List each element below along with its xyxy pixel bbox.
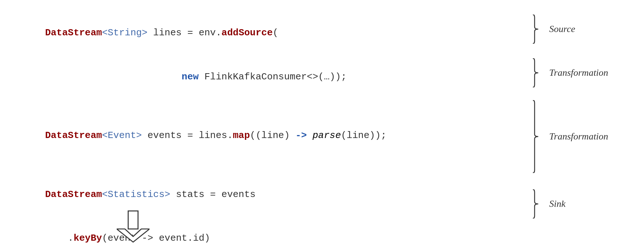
annotations-area: Source Transformation Transformation Sin… (531, 11, 637, 245)
method-addsource: addSource (221, 27, 272, 38)
class-kafka: FlinkKafkaConsumer<>(…)); (199, 71, 347, 82)
down-arrow-icon (117, 210, 150, 243)
blank-line-2 (11, 158, 531, 172)
indent-2 (45, 71, 182, 82)
sink-label: Sink (549, 198, 566, 209)
code-area: DataStream<String> lines = env.addSource… (11, 11, 531, 245)
parse-end: (line)); (341, 130, 387, 141)
blank-line-1 (11, 99, 531, 114)
code-line-7: .keyBy(event -> event.id) (11, 216, 531, 252)
method-parse: parse (307, 130, 341, 141)
annotation-transform2: Transformation (531, 100, 608, 173)
arrow-1: -> (295, 130, 307, 141)
code-line-1: DataStream<String> lines = env.addSource… (11, 11, 531, 55)
code-line-4: DataStream<Event> events = lines.map((li… (11, 114, 531, 158)
down-arrow-area (117, 210, 150, 245)
code-rest-6: stats = events (170, 189, 256, 200)
brace-transform2 (531, 100, 546, 173)
transform2-label: Transformation (549, 131, 608, 142)
type-string: <String> (102, 27, 148, 38)
keyword-datastream-1: DataStream (45, 27, 102, 38)
keyword-datastream-2: DataStream (45, 130, 102, 141)
svg-marker-1 (117, 229, 150, 242)
transform1-label: Transformation (549, 67, 608, 78)
paren-1: ( (273, 27, 279, 38)
annotation-source: Source (531, 15, 575, 44)
keyword-new-1: new (182, 71, 199, 82)
source-label: Source (549, 24, 575, 35)
method-map: map (233, 130, 250, 141)
annotation-sink: Sink (531, 189, 566, 218)
indent-7: . (45, 233, 74, 244)
code-rest-4: events = lines. (142, 130, 233, 141)
brace-sink (531, 189, 546, 218)
code-line-6: DataStream<Statistics> stats = events (11, 172, 531, 216)
code-rest-1: lines = env. (147, 27, 221, 38)
code-line-2: new FlinkKafkaConsumer<>(…)); (11, 55, 531, 99)
brace-transform1 (531, 58, 546, 87)
type-event: <Event> (102, 130, 142, 141)
svg-rect-0 (128, 211, 138, 229)
brace-source (531, 15, 546, 44)
type-statistics: <Statistics> (102, 189, 170, 200)
keyword-datastream-3: DataStream (45, 189, 102, 200)
method-keyby: keyBy (74, 233, 102, 244)
paren-map: ((line) (250, 130, 295, 141)
annotation-transform1: Transformation (531, 58, 608, 87)
main-container: DataStream<String> lines = env.addSource… (0, 0, 644, 252)
